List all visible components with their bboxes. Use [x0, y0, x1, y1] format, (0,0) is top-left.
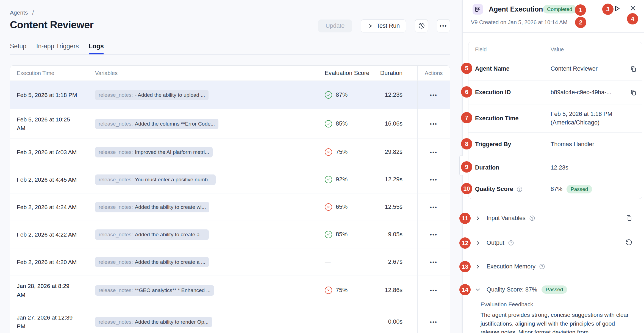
- history-button[interactable]: [415, 19, 428, 32]
- annotation-marker-6: 6: [461, 86, 472, 98]
- evaluation-feedback-heading: Evaluation Feedback: [481, 301, 533, 308]
- annotation-marker-5: 5: [461, 63, 472, 74]
- row-actions-button[interactable]: •••: [430, 121, 437, 127]
- update-button[interactable]: Update: [318, 20, 352, 32]
- evaluation-score-cell: 87%: [317, 91, 376, 99]
- play-icon: [613, 4, 621, 13]
- variable-key: release_notes:: [99, 287, 133, 293]
- fail-icon: [325, 287, 332, 294]
- execution-time-cell: Jan 27, 2026 at 12:39 PM: [10, 313, 94, 331]
- table-row[interactable]: Feb 3, 2026 at 6:03 AM release_notes:Imp…: [10, 138, 450, 166]
- execution-time-cell: Feb 3, 2026 at 6:03 AM: [10, 148, 94, 157]
- evaluation-score-cell: 65%: [317, 203, 376, 211]
- test-run-button[interactable]: Test Run: [361, 20, 406, 32]
- section-label: Output: [487, 240, 504, 246]
- table-row[interactable]: Feb 2, 2026 at 4:20 AM release_notes:Add…: [10, 248, 450, 276]
- breadcrumb-agents-link[interactable]: Agents: [10, 9, 28, 16]
- variable-key: release_notes:: [99, 121, 133, 127]
- more-actions-button[interactable]: •••: [437, 19, 450, 32]
- help-icon[interactable]: [517, 186, 523, 192]
- variables-cell: release_notes:Added the ability to creat…: [94, 202, 317, 212]
- row-actions-button[interactable]: •••: [430, 319, 437, 325]
- section-input-variables[interactable]: Input Variables: [475, 212, 633, 224]
- variable-chip: release_notes:Added the ability to creat…: [95, 229, 209, 240]
- variable-chip: release_notes:Added the ability to creat…: [95, 257, 209, 267]
- variables-cell: release_notes:Added the columns **Error …: [94, 119, 317, 129]
- variable-chip: release_notes:You must enter a positive …: [95, 174, 216, 185]
- table-row[interactable]: Feb 2, 2026 at 4:45 AM release_notes:You…: [10, 166, 450, 193]
- row-actions-button[interactable]: •••: [430, 92, 437, 98]
- close-panel-button[interactable]: [629, 4, 637, 13]
- col-variables: Variables: [94, 70, 317, 76]
- score-value: 75%: [336, 149, 348, 156]
- help-icon[interactable]: [508, 240, 514, 246]
- chevron-down-icon: [475, 287, 481, 293]
- table-row[interactable]: Feb 2, 2026 at 4:24 AM release_notes:Add…: [10, 193, 450, 221]
- copy-icon: [625, 214, 632, 221]
- execution-time-cell: Feb 5, 2026 at 1:18 PM: [10, 91, 94, 99]
- tab-in-app-triggers[interactable]: In-app Triggers: [36, 41, 79, 54]
- row-actions-button[interactable]: •••: [430, 177, 437, 183]
- row-actions-button[interactable]: •••: [430, 204, 437, 210]
- section-execution-memory[interactable]: Execution Memory: [475, 260, 633, 273]
- evaluation-score-cell: 85%: [317, 231, 376, 238]
- field-column-header: Field: [475, 46, 551, 53]
- actions-cell: •••: [417, 193, 450, 221]
- detail-row-execution-time: Execution Time Feb 5, 2026 at 1:18 PM (A…: [468, 104, 642, 132]
- variable-chip: release_notes:Added the ability to creat…: [95, 202, 209, 212]
- duration-cell: 12.86s: [376, 287, 417, 294]
- help-icon[interactable]: [529, 215, 535, 221]
- breadcrumb: Agents /: [10, 9, 34, 16]
- score-value: 92%: [336, 176, 348, 183]
- tab-logs[interactable]: Logs: [89, 41, 104, 54]
- section-output[interactable]: Output: [475, 237, 633, 249]
- annotation-marker-9: 9: [461, 161, 472, 173]
- rerun-output-button[interactable]: [625, 239, 633, 247]
- help-icon[interactable]: [539, 263, 545, 270]
- execution-time-cell: Feb 2, 2026 at 4:24 AM: [10, 203, 94, 212]
- row-actions-button[interactable]: •••: [430, 149, 437, 155]
- section-label: Execution Memory: [487, 263, 535, 270]
- duration-cell: 12.55s: [376, 204, 417, 210]
- copy-button[interactable]: [625, 214, 633, 222]
- table-row[interactable]: Feb 2, 2026 at 4:22 AM release_notes:Add…: [10, 221, 450, 248]
- tab-setup[interactable]: Setup: [10, 41, 26, 54]
- variable-value: **GEO analytics** * Enhanced ...: [135, 287, 211, 293]
- variable-chip: release_notes:Added the columns **Error …: [95, 119, 218, 129]
- duration-cell: 9.05s: [376, 231, 417, 238]
- col-duration: Duration: [376, 70, 417, 77]
- evaluation-score-cell: 85%: [317, 120, 376, 127]
- row-actions-button[interactable]: •••: [430, 232, 437, 238]
- value-column-header: Value: [551, 46, 624, 53]
- col-execution-time: Execution Time: [10, 69, 94, 77]
- actions-cell: •••: [417, 138, 450, 166]
- evaluation-score-cell: —: [317, 259, 376, 265]
- section-quality-score[interactable]: Quality Score: 87% Passed: [475, 284, 633, 296]
- annotation-marker-2: 2: [575, 17, 586, 28]
- evaluation-score-cell: 75%: [317, 287, 376, 294]
- copy-button[interactable]: [624, 81, 642, 104]
- field-label: Duration: [475, 164, 499, 171]
- run-again-button[interactable]: [612, 4, 621, 13]
- app-root: Agents / Content Reviewer Update Test Ru…: [0, 0, 644, 333]
- table-row[interactable]: Feb 5, 2026 at 1:18 PM release_notes:- A…: [10, 81, 450, 109]
- table-row[interactable]: Feb 5, 2026 at 10:25 AM release_notes:Ad…: [10, 109, 450, 138]
- table-row[interactable]: Jan 28, 2026 at 8:29 AM release_notes:**…: [10, 276, 450, 305]
- toolbar: Update Test Run •••: [318, 19, 450, 32]
- variable-key: release_notes:: [99, 232, 133, 238]
- variables-cell: release_notes:**GEO analytics** * Enhanc…: [94, 285, 317, 296]
- execution-time-cell: Feb 2, 2026 at 4:22 AM: [10, 230, 94, 239]
- pass-icon: [325, 231, 332, 238]
- row-actions-button[interactable]: •••: [430, 287, 437, 293]
- annotation-marker-3: 3: [602, 4, 614, 15]
- variables-cell: release_notes:Added the ability to creat…: [94, 229, 317, 240]
- field-value: Feb 5, 2026 at 1:18 PM (America/Chicago): [551, 110, 624, 127]
- agent-execution-panel: Agent Execution Completed V9 Created on …: [462, 0, 644, 333]
- evaluation-score-cell: 75%: [317, 148, 376, 156]
- table-row[interactable]: Jan 27, 2026 at 12:39 PM release_notes:A…: [10, 305, 450, 333]
- actions-cell: •••: [417, 221, 450, 248]
- evaluation-score-cell: 92%: [317, 176, 376, 183]
- row-actions-button[interactable]: •••: [430, 259, 437, 265]
- copy-button[interactable]: [624, 57, 642, 81]
- fail-icon: [325, 203, 332, 211]
